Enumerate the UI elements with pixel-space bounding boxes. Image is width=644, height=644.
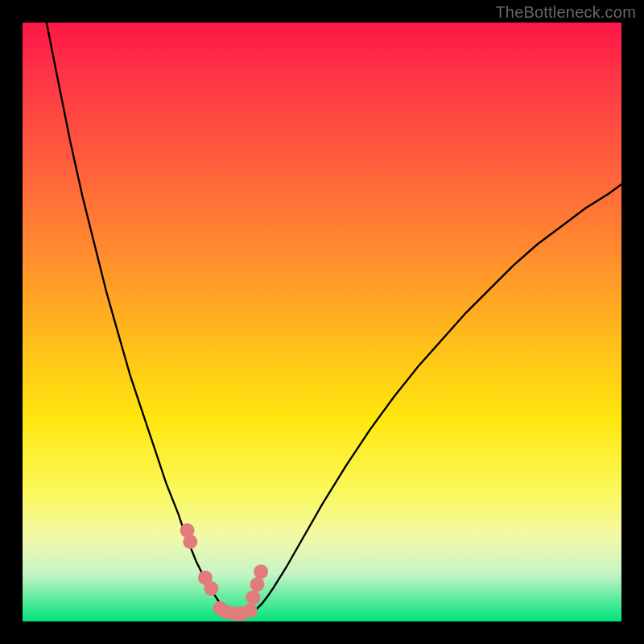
- marker-dot: [204, 581, 218, 596]
- chart-frame: TheBottleneck.com: [0, 0, 644, 644]
- marker-dot: [250, 577, 265, 592]
- chart-svg: [23, 23, 621, 621]
- watermark-text: TheBottleneck.com: [495, 3, 636, 22]
- plot-area: [23, 23, 621, 621]
- marker-dot: [254, 564, 268, 579]
- marker-dots: [180, 523, 269, 621]
- left-curve: [47, 23, 233, 614]
- marker-dot: [183, 535, 197, 549]
- right-curve: [250, 184, 621, 614]
- marker-dot: [243, 604, 258, 618]
- marker-dot: [246, 590, 260, 605]
